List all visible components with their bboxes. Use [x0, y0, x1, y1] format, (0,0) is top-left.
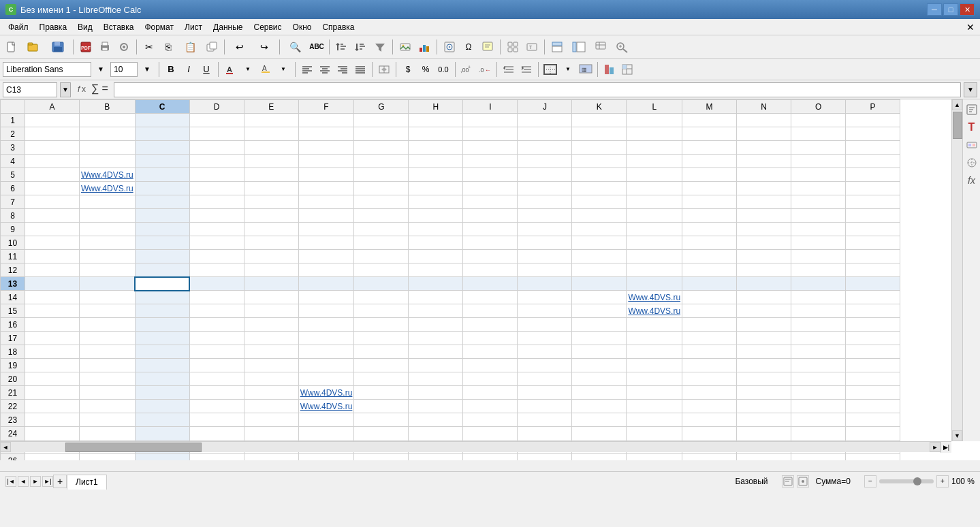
vscroll-thumb[interactable] — [953, 112, 962, 139]
cell-M23[interactable] — [682, 413, 737, 427]
cell-N13[interactable] — [737, 277, 791, 291]
cell-D20[interactable] — [189, 372, 244, 386]
cell-F20[interactable] — [298, 372, 354, 386]
sheet-last-button[interactable]: ►| — [42, 476, 53, 487]
cell-I7[interactable] — [463, 195, 518, 209]
cell-F9[interactable] — [298, 223, 354, 236]
cell-D17[interactable] — [189, 332, 244, 345]
cell-I8[interactable] — [463, 209, 518, 223]
sort-asc-button[interactable] — [333, 38, 351, 56]
cell-P24[interactable] — [846, 427, 900, 441]
cell-O10[interactable] — [791, 236, 846, 250]
cell-F5[interactable] — [298, 168, 354, 182]
cell-P6[interactable] — [846, 182, 900, 195]
align-left-button[interactable] — [299, 61, 315, 78]
formula-sum-icon[interactable]: ∑ — [91, 82, 99, 97]
cell-C9[interactable] — [135, 223, 189, 236]
cell-C21[interactable] — [135, 386, 189, 400]
cell-B1[interactable] — [80, 114, 136, 127]
zoom-slider-thumb[interactable] — [913, 477, 921, 485]
cell-A21[interactable] — [25, 386, 80, 400]
row-header-10[interactable]: 10 — [1, 236, 25, 250]
cell-J18[interactable] — [518, 345, 572, 359]
cell-G20[interactable] — [354, 372, 409, 386]
cell-G1[interactable] — [354, 114, 409, 127]
cell-L6[interactable] — [627, 182, 682, 195]
cell-E19[interactable] — [244, 359, 298, 372]
cell-B12[interactable] — [80, 264, 136, 277]
cell-J4[interactable] — [518, 155, 572, 168]
cell-M11[interactable] — [682, 250, 737, 264]
cell-L23[interactable] — [627, 413, 682, 427]
cell-A11[interactable] — [25, 250, 80, 264]
cell-A17[interactable] — [25, 332, 80, 345]
align-center-button[interactable] — [317, 61, 333, 78]
row-header-19[interactable]: 19 — [1, 359, 25, 372]
cell-J7[interactable] — [518, 195, 572, 209]
cell-B5[interactable]: Www.4DVS.ru — [80, 168, 136, 182]
italic-button[interactable]: I — [180, 61, 197, 78]
cell-F4[interactable] — [298, 155, 354, 168]
cell-A16[interactable] — [25, 318, 80, 332]
cell-J24[interactable] — [518, 427, 572, 441]
cell-P22[interactable] — [846, 400, 900, 413]
cell-N12[interactable] — [737, 264, 791, 277]
cell-G14[interactable] — [354, 291, 409, 304]
cell-P5[interactable] — [846, 168, 900, 182]
cell-A26[interactable] — [25, 454, 80, 461]
background-color-button[interactable]: ▥ — [578, 61, 594, 78]
cell-N9[interactable] — [737, 223, 791, 236]
cell-L12[interactable] — [627, 264, 682, 277]
cell-N16[interactable] — [737, 318, 791, 332]
menu-insert[interactable]: Вставка — [98, 21, 140, 33]
cell-M6[interactable] — [682, 182, 737, 195]
cell-N14[interactable] — [737, 291, 791, 304]
save-button[interactable] — [46, 38, 69, 56]
align-right-button[interactable] — [334, 61, 351, 78]
cell-N15[interactable] — [737, 304, 791, 318]
cell-D5[interactable] — [189, 168, 244, 182]
cell-H19[interactable] — [409, 359, 463, 372]
col-header-B[interactable]: B — [80, 100, 136, 114]
row-header-1[interactable]: 1 — [1, 114, 25, 127]
cell-A15[interactable] — [25, 304, 80, 318]
cell-K16[interactable] — [572, 318, 627, 332]
cell-N26[interactable] — [737, 454, 791, 461]
col-header-P[interactable]: P — [846, 100, 900, 114]
cell-L5[interactable] — [627, 168, 682, 182]
formula-input[interactable] — [114, 82, 961, 97]
cell-N5[interactable] — [737, 168, 791, 182]
formula-equals-icon[interactable]: = — [101, 82, 108, 97]
cell-F15[interactable] — [298, 304, 354, 318]
row-header-5[interactable]: 5 — [1, 168, 25, 182]
cell-H24[interactable] — [409, 427, 463, 441]
cell-A14[interactable] — [25, 291, 80, 304]
cell-O3[interactable] — [791, 141, 846, 155]
sort-desc-button[interactable] — [352, 38, 370, 56]
cell-C22[interactable] — [135, 400, 189, 413]
col-header-K[interactable]: K — [572, 100, 627, 114]
cell-I2[interactable] — [463, 127, 518, 141]
cell-H12[interactable] — [409, 264, 463, 277]
cell-D23[interactable] — [189, 413, 244, 427]
cell-E17[interactable] — [244, 332, 298, 345]
cell-K26[interactable] — [572, 454, 627, 461]
cell-A5[interactable] — [25, 168, 80, 182]
cell-B11[interactable] — [80, 250, 136, 264]
cell-H7[interactable] — [409, 195, 463, 209]
cell-C15[interactable] — [135, 304, 189, 318]
cell-H4[interactable] — [409, 155, 463, 168]
row-header-2[interactable]: 2 — [1, 127, 25, 141]
cell-G16[interactable] — [354, 318, 409, 332]
cell-P21[interactable] — [846, 386, 900, 400]
cell-N6[interactable] — [737, 182, 791, 195]
cell-K10[interactable] — [572, 236, 627, 250]
cell-E7[interactable] — [244, 195, 298, 209]
cell-C26[interactable] — [135, 454, 189, 461]
cell-P16[interactable] — [846, 318, 900, 332]
vertical-scrollbar[interactable]: ▲ ▼ — [951, 99, 962, 441]
cell-P2[interactable] — [846, 127, 900, 141]
cell-P3[interactable] — [846, 141, 900, 155]
spellcheck-button[interactable]: ABC — [308, 38, 326, 56]
cell-N22[interactable] — [737, 400, 791, 413]
